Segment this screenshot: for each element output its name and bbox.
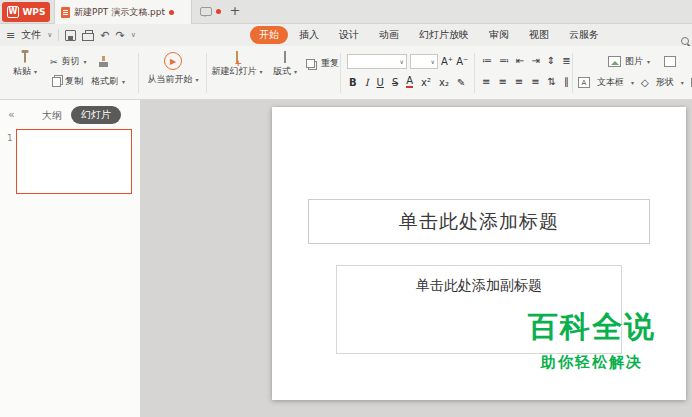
distribute-button[interactable]: ⇅ bbox=[548, 76, 556, 87]
superscript-button[interactable]: x² bbox=[421, 77, 431, 88]
wps-logo-icon: W bbox=[7, 6, 20, 18]
play-icon: ▶ bbox=[164, 52, 182, 70]
watermark-tagline: 助你轻松解决 bbox=[528, 353, 656, 372]
grow-font-button[interactable]: A⁺ bbox=[441, 56, 453, 67]
divider bbox=[58, 29, 59, 41]
slide-panel: « 大纲 幻灯片 1 bbox=[0, 100, 141, 417]
more-chevron-icon[interactable]: ∨ bbox=[131, 31, 136, 39]
notification-dot-icon bbox=[216, 9, 221, 14]
slide-number: 1 bbox=[7, 133, 13, 143]
undo-icon[interactable]: ↶ bbox=[100, 30, 109, 41]
align-left-button[interactable]: ≡ bbox=[482, 76, 490, 87]
align-justify-button[interactable]: ≡ bbox=[531, 76, 539, 87]
outline-tab[interactable]: 大纲 bbox=[42, 109, 62, 123]
underline-button[interactable]: U bbox=[377, 77, 384, 88]
align-center-button[interactable]: ≡ bbox=[498, 76, 506, 87]
duplicate-button[interactable]: 重复 bbox=[306, 57, 339, 70]
cut-label: 剪切 bbox=[62, 55, 80, 68]
chart-icon[interactable] bbox=[664, 56, 676, 67]
font-color-button[interactable]: A bbox=[406, 76, 413, 88]
ribbon-toolbar: 粘贴 ▾ ✂ 剪切 ▾ 复制 格式刷 ▾ ▶ 从当前开始 ▾ 新建幻灯片 ▾ 版… bbox=[0, 46, 692, 100]
ribbon-tab-strip: 开始 插入 设计 动画 幻灯片放映 审阅 视图 云服务 bbox=[250, 26, 608, 44]
shrink-font-button[interactable]: A⁻ bbox=[456, 56, 468, 67]
bullets-button[interactable]: ≔ bbox=[482, 55, 492, 66]
tab-review[interactable]: 审阅 bbox=[480, 26, 518, 44]
text-box-button[interactable]: 文本框 bbox=[597, 76, 624, 89]
slide-thumbnail-1[interactable] bbox=[16, 129, 132, 194]
wps-logo-text: WPS bbox=[22, 7, 45, 17]
text-box-dropdown-icon: ▾ bbox=[631, 79, 634, 86]
search-icon[interactable] bbox=[681, 37, 689, 45]
font-size-select[interactable]: ∨ bbox=[410, 54, 438, 69]
collapse-panel-button[interactable]: « bbox=[8, 108, 15, 121]
copy-format-row: 复制 格式刷 ▾ bbox=[50, 75, 125, 88]
paragraph-row-2: ≡ ≡ ≡ ≡ ⇅ ∥ bbox=[482, 76, 569, 87]
file-menu[interactable]: 文件 bbox=[21, 28, 41, 42]
save-icon[interactable] bbox=[65, 30, 76, 41]
copy-button[interactable]: 复制 bbox=[65, 75, 83, 88]
wps-home-button[interactable]: W WPS bbox=[2, 2, 50, 22]
new-slide-button[interactable]: 新建幻灯片 ▾ bbox=[210, 52, 264, 78]
tab-home[interactable]: 开始 bbox=[250, 26, 288, 44]
tab-design[interactable]: 设计 bbox=[330, 26, 368, 44]
layout-button[interactable]: 版式 ▾ bbox=[267, 52, 303, 78]
columns-button[interactable]: ∥ bbox=[564, 76, 569, 87]
cut-button[interactable]: ✂ 剪切 ▾ bbox=[50, 55, 108, 68]
shapes-button[interactable]: 形状 bbox=[656, 76, 674, 89]
increase-indent-button[interactable]: ⇥ bbox=[531, 55, 539, 66]
menubar: ≡ 文件 ∨ ↶ ↷ ∨ 开始 插入 设计 动画 幻灯片放映 审阅 视图 云服务 bbox=[0, 24, 692, 46]
font-name-dropdown-icon: ∨ bbox=[400, 58, 404, 65]
watermark: 百科全说 助你轻松解决 bbox=[528, 307, 656, 372]
tab-slideshow[interactable]: 幻灯片放映 bbox=[410, 26, 478, 44]
play-from-current-button[interactable]: ▶ 从当前开始 ▾ bbox=[142, 52, 204, 86]
format-painter-button[interactable]: 格式刷 bbox=[91, 75, 118, 88]
unsaved-dot-icon bbox=[169, 10, 174, 15]
editing-canvas: 单击此处添加标题 单击此处添加副标题 百科全说 助你轻松解决 bbox=[142, 100, 692, 417]
divider bbox=[572, 53, 573, 93]
new-slide-dropdown-icon: ▾ bbox=[259, 68, 262, 75]
hamburger-icon[interactable]: ≡ bbox=[6, 30, 15, 41]
paste-button[interactable]: 粘贴 ▾ bbox=[6, 52, 44, 78]
file-menu-chevron-icon[interactable]: ∨ bbox=[47, 31, 52, 39]
picture-icon bbox=[608, 56, 621, 67]
line-spacing-button[interactable]: ⇕ bbox=[547, 55, 555, 66]
tab-animation[interactable]: 动画 bbox=[370, 26, 408, 44]
new-slide-icon bbox=[236, 51, 238, 63]
tab-view[interactable]: 视图 bbox=[520, 26, 558, 44]
redo-icon[interactable]: ↷ bbox=[116, 30, 125, 41]
slides-tab[interactable]: 幻灯片 bbox=[71, 106, 121, 124]
numbering-button[interactable]: ≕ bbox=[499, 55, 509, 66]
paste-label: 粘贴 bbox=[13, 66, 31, 76]
quick-access-toolbar: ≡ 文件 ∨ ↶ ↷ ∨ bbox=[6, 24, 136, 46]
comment-icon[interactable] bbox=[200, 7, 212, 16]
format-painter-dropdown-icon: ▾ bbox=[122, 78, 125, 85]
font-name-select[interactable]: ∨ bbox=[347, 54, 407, 69]
italic-button[interactable]: I bbox=[365, 77, 369, 88]
tab-cloud[interactable]: 云服务 bbox=[560, 26, 608, 44]
scissors-icon: ✂ bbox=[50, 57, 58, 67]
format-painter-icon bbox=[99, 56, 108, 67]
document-tab-title: 新建PPT 演示文稿.ppt bbox=[74, 6, 165, 19]
strikethrough-button[interactable]: S bbox=[392, 77, 398, 88]
font-size-dropdown-icon: ∨ bbox=[431, 58, 435, 65]
tab-insert[interactable]: 插入 bbox=[290, 26, 328, 44]
highlight-button[interactable]: ✎ bbox=[457, 77, 465, 88]
title-placeholder[interactable]: 单击此处添加标题 bbox=[308, 199, 650, 244]
play-dropdown-icon: ▾ bbox=[195, 76, 198, 83]
decrease-indent-button[interactable]: ⇤ bbox=[516, 55, 524, 66]
print-icon[interactable] bbox=[82, 33, 94, 41]
paragraph-more-button[interactable]: ≣ bbox=[562, 55, 570, 66]
slide-1[interactable]: 单击此处添加标题 单击此处添加副标题 百科全说 助你轻松解决 bbox=[272, 107, 686, 400]
document-tab[interactable]: 新建PPT 演示文稿.ppt bbox=[54, 0, 192, 24]
paragraph-row-1: ≔ ≕ ⇤ ⇥ ⇕ ≣ bbox=[482, 55, 571, 66]
picture-button[interactable]: 图片 ▾ bbox=[608, 55, 676, 68]
subscript-button[interactable]: x₂ bbox=[439, 77, 449, 88]
align-right-button[interactable]: ≡ bbox=[515, 76, 523, 87]
picture-dropdown-icon: ▾ bbox=[647, 58, 650, 65]
picture-label: 图片 bbox=[625, 55, 643, 68]
wps-presentation-window: W WPS 新建PPT 演示文稿.ppt + ≡ 文件 ∨ ↶ ↷ ∨ 开始 bbox=[0, 0, 692, 417]
play-from-current-label: 从当前开始 bbox=[148, 74, 193, 84]
new-tab-button[interactable]: + bbox=[226, 2, 244, 20]
watermark-title: 百科全说 bbox=[528, 307, 656, 348]
bold-button[interactable]: B bbox=[349, 77, 357, 88]
